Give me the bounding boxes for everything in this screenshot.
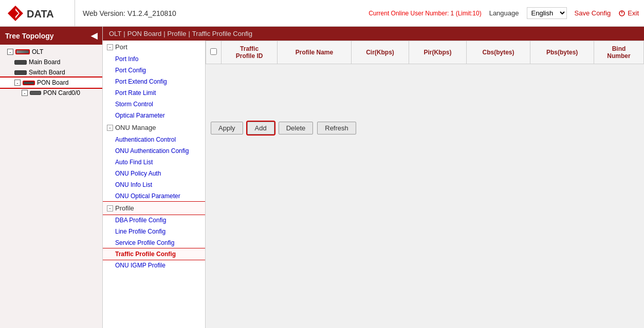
breadcrumb-pon-board[interactable]: PON Board xyxy=(127,30,161,37)
svg-text:DATA: DATA xyxy=(27,8,54,20)
pon-card-label: PON Card0/0 xyxy=(43,89,80,97)
nav-item-auto-find-list[interactable]: Auto Find List xyxy=(103,157,205,168)
header-version: Web Version: V1.2.4_210810 xyxy=(83,9,369,17)
breadcrumb: OLT | PON Board | Profile | Traffic Prof… xyxy=(103,27,644,41)
breadcrumb-sep2: | xyxy=(163,30,165,37)
switch-board-label: Switch Board xyxy=(29,69,65,76)
table-body xyxy=(206,64,644,115)
switch-board-icon xyxy=(14,70,27,75)
logo-area: DATA xyxy=(5,0,75,26)
nav-item-onu-optical-param[interactable]: ONU Optical Parameter xyxy=(103,190,205,202)
exit-button[interactable]: Exit xyxy=(618,9,639,17)
nav-item-storm-control[interactable]: Storm Control xyxy=(103,99,205,110)
nav-item-traffic-profile-config[interactable]: Traffic Profile Config xyxy=(103,248,205,260)
col-header-pbs-bytes: Pbs(bytes) xyxy=(530,41,594,64)
nav-item-port-info[interactable]: Port Info xyxy=(103,53,205,65)
nav-item-auth-control[interactable]: Authentication Control xyxy=(103,134,205,145)
onu-manage-collapse-icon[interactable]: - xyxy=(107,125,113,131)
header: DATA Web Version: V1.2.4_210810 Current … xyxy=(0,0,644,27)
pon-board-collapse-btn[interactable]: - xyxy=(14,80,21,86)
select-all-checkbox[interactable] xyxy=(210,48,217,55)
nav-item-onu-info-list[interactable]: ONU Info List xyxy=(103,179,205,190)
action-bar: Apply Add Delete Refresh xyxy=(206,115,644,141)
sidebar-title: Tree Topology xyxy=(5,32,54,40)
col-header-traffic-profile-id: TrafficProfile ID xyxy=(222,41,278,64)
tree-item-pon-card[interactable]: - PON Card0/0 xyxy=(0,88,102,98)
nav-section-profile[interactable]: - Profile xyxy=(103,202,205,215)
main-board-icon xyxy=(14,60,27,65)
apply-button[interactable]: Apply xyxy=(211,122,243,134)
col-header-checkbox xyxy=(206,41,222,64)
traffic-profile-table: TrafficProfile ID Profile Name Cir(Kbps)… xyxy=(206,41,644,115)
nav-item-line-profile-config[interactable]: Line Profile Config xyxy=(103,226,205,237)
refresh-button[interactable]: Refresh xyxy=(317,122,356,134)
nav-item-onu-auth-config[interactable]: ONU Authentication Config xyxy=(103,145,205,157)
col-header-cir-kbps: Cir(Kbps) xyxy=(351,41,409,64)
nav-item-service-profile-config[interactable]: Service Profile Config xyxy=(103,237,205,248)
sidebar-collapse-icon: ◀ xyxy=(91,31,97,41)
tree-item-switch-board[interactable]: Switch Board xyxy=(0,67,102,78)
port-section-collapse-icon[interactable]: - xyxy=(107,44,113,50)
port-section-label: Port xyxy=(115,43,127,51)
split-panel: - Port Port Info Port Config Port Extend… xyxy=(103,41,644,328)
logo-svg: DATA xyxy=(5,3,67,24)
right-panel: TrafficProfile ID Profile Name Cir(Kbps)… xyxy=(206,41,644,328)
table-container: TrafficProfile ID Profile Name Cir(Kbps)… xyxy=(206,41,644,115)
pon-board-icon xyxy=(23,81,35,85)
olt-label: OLT xyxy=(32,48,43,55)
onu-manage-label: ONU Manage xyxy=(115,124,156,131)
sidebar: Tree Topology ◀ - OLT Main Board Switch … xyxy=(0,27,103,328)
content-area: OLT | PON Board | Profile | Traffic Prof… xyxy=(103,27,644,328)
language-label: Language xyxy=(489,9,519,17)
power-icon xyxy=(618,10,625,17)
nav-section-port[interactable]: - Port xyxy=(103,41,205,53)
tree-item-olt[interactable]: - OLT xyxy=(0,47,102,57)
sidebar-header[interactable]: Tree Topology ◀ xyxy=(0,27,102,45)
breadcrumb-sep3: | xyxy=(188,30,190,37)
profile-section-label: Profile xyxy=(115,204,134,212)
nav-item-dba-profile-config[interactable]: DBA Profile Config xyxy=(103,215,205,226)
col-header-cbs-bytes: Cbs(bytes) xyxy=(466,41,530,64)
nav-item-port-config[interactable]: Port Config xyxy=(103,65,205,76)
tree-item-main-board[interactable]: Main Board xyxy=(0,57,102,67)
language-select[interactable]: English Chinese xyxy=(527,7,567,19)
pon-card-icon xyxy=(30,91,41,95)
nav-panel: - Port Port Info Port Config Port Extend… xyxy=(103,41,206,328)
col-header-bind-number: BindNumber xyxy=(594,41,643,64)
empty-row xyxy=(206,64,644,115)
nav-item-port-extend-config[interactable]: Port Extend Config xyxy=(103,76,205,87)
nav-item-onu-igmp-profile[interactable]: ONU IGMP Profile xyxy=(103,260,205,271)
breadcrumb-olt[interactable]: OLT xyxy=(109,30,121,37)
header-right: Current Online User Number: 1 (Limit:10)… xyxy=(369,7,639,19)
breadcrumb-traffic-profile-config: Traffic Profile Config xyxy=(192,30,252,37)
nav-item-optical-parameter[interactable]: Optical Parameter xyxy=(103,110,205,121)
olt-device-icon xyxy=(15,49,30,54)
breadcrumb-sep1: | xyxy=(123,30,125,37)
main-board-label: Main Board xyxy=(29,59,60,66)
nav-section-onu-manage[interactable]: - ONU Manage xyxy=(103,121,205,134)
pon-card-collapse-btn[interactable]: - xyxy=(22,90,28,96)
profile-section-collapse-icon[interactable]: - xyxy=(107,205,113,211)
nav-item-port-rate-limit[interactable]: Port Rate Limit xyxy=(103,87,205,99)
delete-button[interactable]: Delete xyxy=(279,122,314,134)
olt-collapse-btn[interactable]: - xyxy=(7,49,13,55)
col-header-pir-kbps: Pir(Kbps) xyxy=(409,41,466,64)
save-config-link[interactable]: Save Config xyxy=(575,9,611,17)
add-button[interactable]: Add xyxy=(247,122,274,134)
tree-item-pon-board[interactable]: - PON Board xyxy=(0,78,102,88)
pon-board-label: PON Board xyxy=(37,79,68,86)
col-header-profile-name: Profile Name xyxy=(278,41,352,64)
online-status: Current Online User Number: 1 (Limit:10) xyxy=(369,10,481,17)
nav-item-onu-policy-auth[interactable]: ONU Policy Auth xyxy=(103,168,205,179)
main-layout: Tree Topology ◀ - OLT Main Board Switch … xyxy=(0,27,644,328)
breadcrumb-profile[interactable]: Profile xyxy=(168,30,187,37)
